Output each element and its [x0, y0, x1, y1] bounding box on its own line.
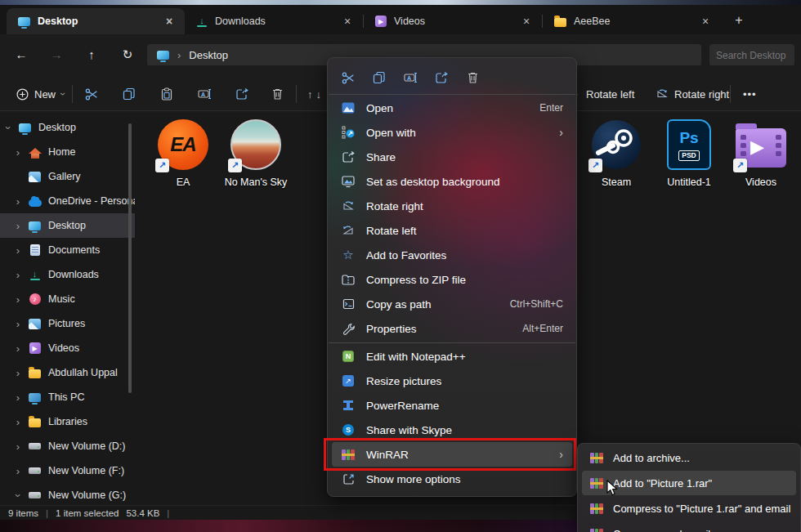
- share-button[interactable]: [429, 66, 454, 89]
- icon-label: Untitled-1: [667, 177, 711, 188]
- desktop-icon-untitled-psd[interactable]: Ps PSD Untitled-1: [653, 118, 725, 188]
- up-button[interactable]: ↑: [80, 44, 103, 65]
- rotate-right-button[interactable]: Rotate right: [651, 82, 734, 106]
- sidebar-item-home[interactable]: › Home: [0, 140, 135, 164]
- menu-item-open[interactable]: Open Enter: [332, 96, 572, 120]
- chevron-right-icon[interactable]: ›: [13, 416, 23, 428]
- new-button[interactable]: New ›: [11, 82, 69, 106]
- annotation-highlight-box: [324, 438, 576, 471]
- tab-desktop[interactable]: Desktop ×: [7, 8, 185, 34]
- picture-icon: [342, 102, 355, 114]
- menu-item-resize-pictures[interactable]: ↗ Resize pictures: [332, 369, 572, 393]
- forward-button[interactable]: →: [45, 44, 68, 65]
- sidebar-item-pictures[interactable]: › Pictures: [0, 311, 135, 336]
- search-input[interactable]: [709, 44, 794, 66]
- sidebar-item-videos[interactable]: › ▶ Videos: [0, 336, 135, 360]
- paste-button[interactable]: [155, 82, 178, 106]
- sort-button[interactable]: ↑↓: [302, 82, 326, 106]
- chevron-down-icon[interactable]: ›: [12, 490, 25, 500]
- sidebar-item-libraries[interactable]: › Libraries: [0, 409, 135, 434]
- sidebar-scrollbar[interactable]: [128, 123, 132, 393]
- menu-item-set-as-desktop-background[interactable]: Set as desktop background: [332, 169, 572, 194]
- menu-item-share[interactable]: Share: [332, 145, 572, 169]
- chevron-right-icon[interactable]: ›: [13, 195, 23, 208]
- close-icon[interactable]: ×: [698, 14, 713, 29]
- submenu-item-add-to-archive[interactable]: Add to archive...: [582, 445, 796, 470]
- cut-icon: [342, 71, 356, 85]
- tab-label: AeeBee: [574, 16, 610, 27]
- chevron-right-icon[interactable]: ›: [13, 367, 23, 379]
- onedrive-cloud-icon: [29, 199, 42, 207]
- menu-item-edit-with-notepadpp[interactable]: N Edit with Notepad++: [332, 344, 572, 369]
- chevron-right-icon[interactable]: ›: [13, 244, 23, 257]
- desktop-icon-videos-folder[interactable]: ▶ ↗ Videos: [725, 118, 797, 188]
- sidebar-item-music[interactable]: › ♪ Music: [0, 287, 135, 311]
- desktop-icon-no-mans-sky[interactable]: ↗ No Man's Sky: [220, 118, 292, 188]
- refresh-button[interactable]: ↻: [116, 44, 139, 65]
- chevron-right-icon[interactable]: ›: [13, 146, 23, 159]
- menu-item-copy-as-path[interactable]: Copy as path Ctrl+Shift+C: [332, 292, 572, 316]
- monitor-icon: [18, 17, 30, 26]
- desktop-icon-steam[interactable]: ↗ Steam: [580, 118, 652, 188]
- mouse-cursor: [606, 480, 620, 498]
- sidebar-item-gallery[interactable]: › Gallery: [0, 164, 135, 189]
- menu-item-add-to-favorites[interactable]: ☆ Add to Favorites: [332, 243, 572, 267]
- open-with-icon: [342, 126, 355, 139]
- menu-label: Compress to "Picture 1.rar" and email: [613, 503, 790, 515]
- menu-item-compress-to-zip[interactable]: Compress to ZIP file: [332, 267, 572, 292]
- share-button[interactable]: [230, 82, 254, 106]
- sidebar-item-new-volume-f[interactable]: › New Volume (F:): [0, 458, 135, 483]
- tab-downloads[interactable]: ↓ Downloads ×: [185, 8, 363, 34]
- rotate-left-label: Rotate left: [586, 88, 634, 101]
- back-button[interactable]: ←: [10, 44, 33, 65]
- sidebar-item-documents[interactable]: › Documents: [0, 238, 135, 262]
- menu-label: Share: [366, 151, 396, 163]
- chevron-right-icon[interactable]: ›: [13, 440, 23, 453]
- rename-button[interactable]: A: [193, 82, 217, 106]
- sidebar-item-new-volume-d[interactable]: › New Volume (D:): [0, 434, 135, 458]
- sidebar-item-new-volume-g[interactable]: › New Volume (G:): [0, 483, 135, 505]
- close-icon[interactable]: ×: [519, 14, 534, 29]
- winrar-icon: [590, 478, 603, 489]
- rename-button[interactable]: A: [398, 66, 423, 89]
- cut-button[interactable]: [80, 82, 104, 106]
- chevron-right-icon[interactable]: ›: [13, 220, 23, 232]
- chevron-right-icon[interactable]: ›: [13, 318, 23, 330]
- chevron-right-icon[interactable]: ›: [13, 391, 23, 404]
- close-icon[interactable]: ×: [340, 14, 355, 29]
- new-tab-button[interactable]: +: [727, 10, 750, 31]
- copy-button[interactable]: [118, 82, 141, 106]
- sidebar-item-desktop[interactable]: › Desktop: [0, 213, 135, 238]
- delete-button[interactable]: [266, 82, 289, 106]
- tab-aeebee[interactable]: AeeBee ×: [543, 8, 721, 34]
- breadcrumb-location[interactable]: Desktop: [189, 49, 228, 61]
- chevron-right-icon[interactable]: ›: [13, 269, 23, 281]
- sidebar-item-onedrive[interactable]: › OneDrive - Personal: [0, 189, 135, 213]
- sidebar-item-downloads[interactable]: › ↓ Downloads: [0, 262, 135, 287]
- plus-circle-icon: [16, 88, 29, 101]
- chevron-right-icon[interactable]: ›: [13, 465, 23, 477]
- breadcrumb-chevron-icon: ›: [177, 49, 181, 61]
- sidebar-label: Home: [48, 146, 75, 158]
- menu-item-rotate-right[interactable]: Rotate right: [332, 194, 572, 218]
- delete-button[interactable]: [460, 66, 485, 89]
- menu-item-open-with[interactable]: Open with ›: [332, 120, 572, 145]
- menu-item-rotate-left[interactable]: Rotate left: [332, 218, 572, 243]
- menu-item-powerrename[interactable]: PowerRename: [332, 393, 572, 418]
- desktop-icon-ea[interactable]: EA ↗ EA: [147, 118, 219, 188]
- chevron-right-icon[interactable]: ›: [13, 342, 23, 355]
- sidebar-item-this-pc[interactable]: › This PC: [0, 385, 135, 409]
- tab-videos[interactable]: ▶ Videos ×: [364, 8, 542, 34]
- close-icon[interactable]: ×: [162, 14, 177, 29]
- cut-button[interactable]: [336, 66, 360, 89]
- chevron-right-icon[interactable]: ›: [13, 293, 23, 306]
- chevron-down-icon[interactable]: ›: [2, 123, 15, 132]
- sidebar-label: Pictures: [48, 318, 85, 329]
- sidebar-item-desktop-root[interactable]: › Desktop: [0, 115, 135, 140]
- submenu-item-compress-to-picture1-rar-and-email[interactable]: Compress to "Picture 1.rar" and email: [582, 496, 796, 521]
- menu-item-properties[interactable]: Properties Alt+Enter: [332, 316, 572, 341]
- submenu-item-compress-and-email[interactable]: Compress and email...: [582, 521, 796, 532]
- see-more-button[interactable]: •••: [738, 82, 762, 106]
- sidebar-item-abdullah-uppal[interactable]: › Abdullah Uppal: [0, 360, 135, 385]
- copy-button[interactable]: [367, 66, 392, 89]
